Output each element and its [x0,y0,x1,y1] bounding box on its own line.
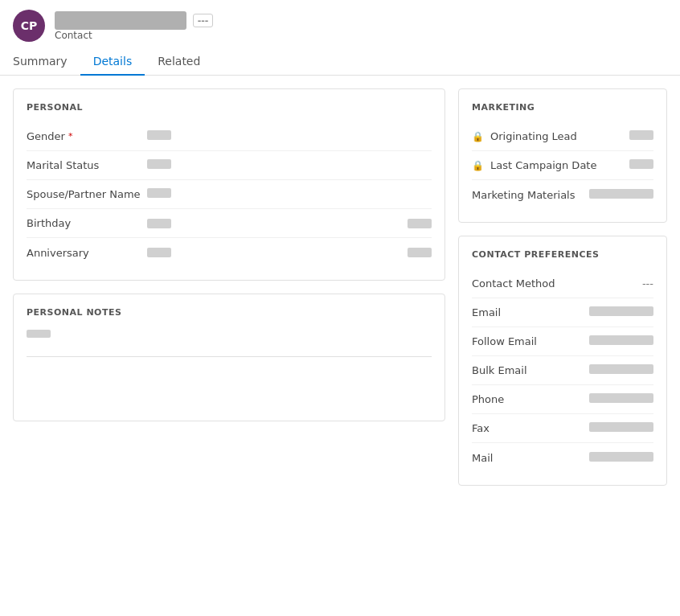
contact-method-value[interactable]: --- [642,277,653,290]
header-info: ████████████ --- Contact [55,11,213,41]
follow-email-row: Follow Email [472,327,653,356]
marital-status-blurred [147,159,171,169]
spouse-value[interactable] [147,188,432,200]
spouse-label: Spouse/Partner Name [27,188,147,200]
birthday-row: Birthday [27,209,432,238]
anniversary-label: Anniversary [27,247,147,259]
lock-icon-1: 🔒 [472,131,484,142]
name-tag: --- [193,14,214,27]
gender-blurred [147,130,171,140]
contact-method-label: Contact Method [472,277,636,290]
bulk-email-value[interactable] [589,364,653,376]
marital-status-value[interactable] [147,159,432,171]
bulk-email-blurred [589,364,653,374]
phone-label: Phone [472,393,583,405]
phone-value[interactable] [589,393,653,405]
tab-summary[interactable]: Summary [13,48,80,76]
required-star: * [68,131,73,142]
gender-value[interactable] [147,130,432,142]
spouse-blurred [147,188,171,198]
fax-blurred [589,422,653,432]
content: PERSONAL Gender * Marital Status [0,76,680,499]
marketing-title: MARKETING [472,102,653,113]
birthday-label: Birthday [27,217,147,229]
marital-status-label: Marital Status [27,159,147,171]
tab-related[interactable]: Related [145,48,213,76]
fax-label: Fax [472,422,583,434]
email-row: Email [472,298,653,327]
last-campaign-date-row: 🔒 Last Campaign Date [472,151,653,180]
mail-blurred [589,452,653,462]
marketing-materials-row: Marketing Materials [472,180,653,209]
anniversary-blurred-left [147,248,171,257]
birthday-blurred-left [147,219,171,228]
birthday-value[interactable] [147,219,432,228]
phone-row: Phone [472,385,653,414]
gender-label: Gender * [27,130,147,142]
email-blurred [589,306,653,316]
anniversary-value[interactable] [147,248,432,257]
contact-preferences-card: CONTACT PREFERENCES Contact Method --- E… [458,236,667,486]
marketing-materials-label: Marketing Materials [472,189,583,201]
bulk-email-label: Bulk Email [472,364,583,376]
follow-email-blurred [589,335,653,345]
notes-area [27,327,432,408]
name-text: ████████████ [55,11,186,30]
contact-name: ████████████ --- [55,11,213,30]
mail-value[interactable] [589,452,653,464]
left-column: PERSONAL Gender * Marital Status [13,88,445,486]
bulk-email-row: Bulk Email [472,356,653,385]
anniversary-row: Anniversary [27,238,432,267]
email-label: Email [472,306,583,318]
fax-row: Fax [472,414,653,443]
originating-lead-blurred [629,130,653,140]
fax-value[interactable] [589,422,653,434]
right-column: MARKETING 🔒 Originating Lead 🔒 Last Camp… [458,88,667,486]
follow-email-label: Follow Email [472,335,583,347]
header: CP ████████████ --- Contact [0,0,680,48]
contact-method-row: Contact Method --- [472,269,653,298]
marketing-materials-blurred [589,189,653,199]
notes-blurred [27,330,51,338]
personal-section-title: PERSONAL [27,102,432,113]
avatar: CP [13,10,45,42]
spouse-row: Spouse/Partner Name [27,180,432,209]
tab-details[interactable]: Details [80,48,145,76]
mail-row: Mail [472,443,653,472]
gender-row: Gender * [27,122,432,151]
last-campaign-date-value[interactable] [629,159,653,171]
notes-divider [27,356,432,357]
personal-notes-title: PERSONAL NOTES [27,307,432,318]
personal-card: PERSONAL Gender * Marital Status [13,88,445,281]
lock-icon-2: 🔒 [472,160,484,171]
marketing-materials-value[interactable] [589,189,653,201]
contact-preferences-title: CONTACT PREFERENCES [472,249,653,260]
follow-email-value[interactable] [589,335,653,347]
birthday-blurred-right [408,219,432,228]
originating-lead-label: 🔒 Originating Lead [472,130,623,142]
phone-blurred [589,393,653,403]
email-value[interactable] [589,306,653,318]
last-campaign-blurred [629,159,653,169]
last-campaign-date-label: 🔒 Last Campaign Date [472,159,623,171]
mail-label: Mail [472,452,583,464]
originating-lead-row: 🔒 Originating Lead [472,122,653,151]
personal-notes-card: PERSONAL NOTES [13,294,445,421]
tabs: Summary Details Related [0,48,680,76]
originating-lead-value[interactable] [629,130,653,142]
marital-status-row: Marital Status [27,151,432,180]
contact-type: Contact [55,30,213,41]
marketing-card: MARKETING 🔒 Originating Lead 🔒 Last Camp… [458,88,667,223]
anniversary-blurred-right [408,248,432,257]
